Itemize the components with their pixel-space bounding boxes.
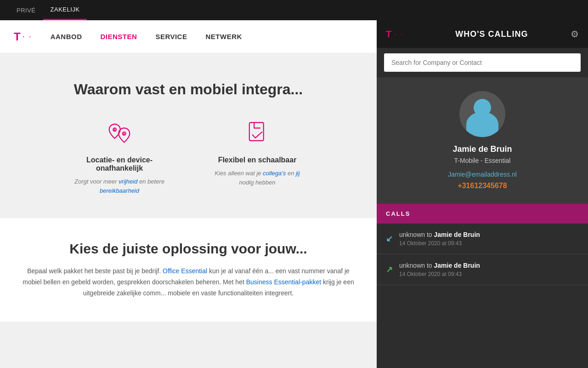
call-text: unknown to Jamie de Bruin xyxy=(399,231,579,238)
outgoing-call-arrow-icon: ↗ xyxy=(386,264,393,275)
incoming-call-arrow-icon: ↙ xyxy=(386,234,393,244)
section-divider: Kies de juiste oplossing voor jouw... Be… xyxy=(0,218,377,322)
feature-location-title: Locatie- en device-onafhankelijk xyxy=(69,156,170,172)
svg-text:B: B xyxy=(123,132,125,136)
logo-t-icon: T xyxy=(14,30,21,43)
tab-zakelijk[interactable]: ZAKELIJK xyxy=(43,0,87,20)
feature-flexible: Flexibel en schaalbaar Kies alleen wat j… xyxy=(207,121,308,195)
main-layout: T · · AANBOD DIENSTEN SERVICE NETWERK Wa… xyxy=(0,20,588,368)
calls-header: CALLS xyxy=(377,204,588,224)
panel-logo-dots-icon: · · xyxy=(394,30,404,38)
feature-flexible-title: Flexibel en schaalbaar xyxy=(207,156,308,164)
logo-dots-icon: · · xyxy=(23,32,32,41)
contact-card: Jamie de Bruin T-Mobile - Essential Jami… xyxy=(377,77,588,204)
svg-text:A: A xyxy=(113,128,116,132)
panel-search-container xyxy=(377,48,588,77)
website-nav: T · · AANBOD DIENSTEN SERVICE NETWERK xyxy=(0,20,377,53)
nav-item-diensten[interactable]: DIENSTEN xyxy=(101,33,137,40)
call-info: unknown to Jamie de Bruin 14 Oktober 202… xyxy=(399,231,579,247)
location-icon: A B xyxy=(69,121,170,149)
feature-location: A B Locatie- en device-onafhankelijk Zor… xyxy=(69,121,170,195)
search-input[interactable] xyxy=(384,53,581,72)
contact-email[interactable]: Jamie@emailaddress.nl xyxy=(448,171,517,178)
top-navigation: PRIVÉ ZAKELIJK xyxy=(0,0,588,20)
section-text: Bepaal welk pakket het beste past bij je… xyxy=(18,266,358,299)
panel-title: WHO'S CALLING xyxy=(413,29,571,39)
website-area: T · · AANBOD DIENSTEN SERVICE NETWERK Wa… xyxy=(0,20,377,368)
call-time: 14 Oktober 2020 at 09:43 xyxy=(399,271,579,277)
contact-company: T-Mobile - Essential xyxy=(454,157,511,164)
feature-flexible-desc: Kies alleen wat je collega's en jij nodi… xyxy=(207,169,308,187)
call-time: 14 Oktober 2020 at 09:43 xyxy=(399,240,579,247)
features-row: A B Locatie- en device-onafhankelijk Zor… xyxy=(18,121,358,195)
nav-item-aanbod[interactable]: AANBOD xyxy=(51,33,82,40)
panel-logo: T · · xyxy=(386,29,404,40)
call-item[interactable]: ↗ unknown to Jamie de Bruin 14 Oktober 2… xyxy=(377,254,588,285)
nav-item-netwerk[interactable]: NETWERK xyxy=(205,33,242,40)
call-text: unknown to Jamie de Bruin xyxy=(399,262,579,269)
gear-icon[interactable]: ⚙ xyxy=(571,29,579,40)
avatar xyxy=(459,91,505,137)
call-info: unknown to Jamie de Bruin 14 Oktober 202… xyxy=(399,262,579,277)
panel-header: T · · WHO'S CALLING ⚙ xyxy=(377,20,588,48)
feature-location-desc: Zorgt voor meer vrijheid en betere berei… xyxy=(69,177,170,195)
website-content: Waarom vast en mobiel integra... A xyxy=(0,53,377,368)
section-title: Kies de juiste oplossing voor jouw... xyxy=(18,241,358,257)
panel-logo-t-icon: T xyxy=(386,29,391,40)
tab-priv[interactable]: PRIVÉ xyxy=(9,0,43,20)
nav-item-service[interactable]: SERVICE xyxy=(155,33,187,40)
call-item[interactable]: ↙ unknown to Jamie de Bruin 14 Oktober 2… xyxy=(377,224,588,254)
website-logo: T · · xyxy=(14,30,32,43)
avatar-head xyxy=(474,99,491,116)
whos-calling-panel: T · · WHO'S CALLING ⚙ Jamie de Bruin T-M… xyxy=(377,20,588,368)
document-icon xyxy=(207,121,308,149)
svg-rect-4 xyxy=(249,122,264,140)
hero-title: Waarom vast en mobiel integra... xyxy=(18,81,358,98)
avatar-body xyxy=(466,112,498,137)
contact-name: Jamie de Bruin xyxy=(452,144,512,154)
website-nav-items: AANBOD DIENSTEN SERVICE NETWERK xyxy=(51,33,242,40)
calls-section: CALLS ↙ unknown to Jamie de Bruin 14 Okt… xyxy=(377,204,588,368)
contact-phone[interactable]: +31612345678 xyxy=(458,182,507,190)
